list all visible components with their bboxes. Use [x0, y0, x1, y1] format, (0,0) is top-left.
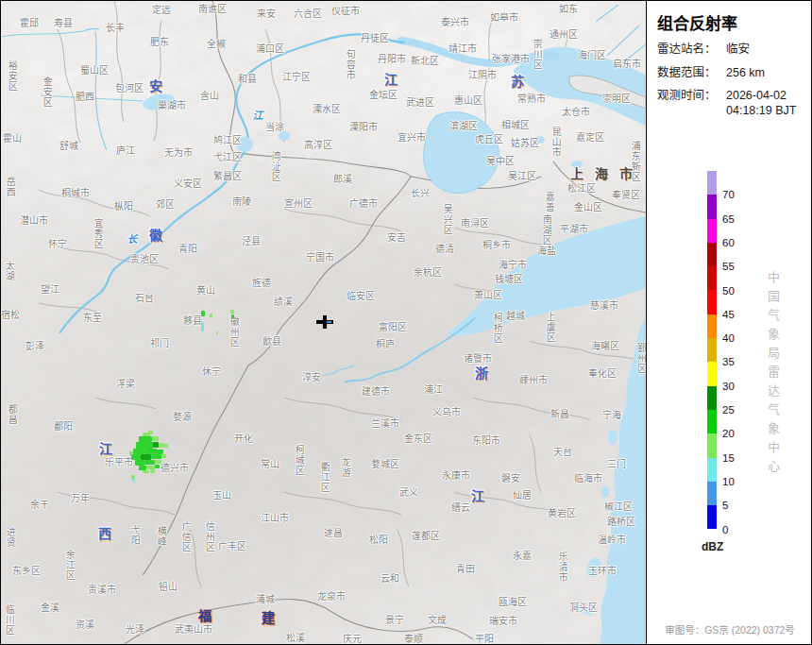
legend-tick-label: 60	[722, 237, 735, 248]
legend-tick-label: 20	[722, 428, 735, 439]
time-row: 观测时间： 2026-04-02 04:18:19 BJT	[657, 89, 812, 118]
station-row: 雷达站名： 临安	[657, 42, 812, 58]
range-label: 数据范围：	[657, 66, 726, 81]
legend-swatch	[707, 386, 717, 410]
range-value: 256 km	[726, 66, 765, 81]
legend-tick-label: 15	[722, 452, 735, 464]
map-canvas: 霍邱寿县定远南谯区来安六合区仪征市长丰肥东全椒裕安区蜀山区金安区包河区安肥西含山…	[1, 1, 646, 645]
legend-swatch	[707, 362, 717, 385]
legend-swatch	[707, 458, 717, 482]
legend-tick-label: 25	[722, 404, 735, 416]
legend-tick-label: 35	[722, 356, 735, 367]
legend-tick-label: 5	[722, 500, 728, 511]
legend-tick-label: 65	[722, 213, 735, 225]
legend-swatch	[707, 433, 717, 457]
legend-swatch	[707, 482, 717, 505]
legend-tick-label: 45	[722, 309, 735, 320]
time-date: 2026-04-02	[726, 89, 796, 104]
basemap	[1, 1, 646, 645]
terrain-texture	[1, 1, 646, 645]
legend-swatch	[707, 219, 717, 243]
info-panel: 组合反射率 雷达站名： 临安 数据范围： 256 km 观测时间： 2026-0…	[646, 1, 812, 645]
legend-tick-label: 70	[722, 189, 735, 200]
legend-swatch	[707, 266, 717, 290]
legend-tick-label: 0	[722, 524, 728, 535]
legend-swatch	[707, 290, 717, 314]
map-approval: 审图号：GS京 (2022) 0372号	[647, 622, 812, 637]
legend-swatch	[707, 338, 717, 362]
time-label: 观测时间：	[657, 89, 726, 118]
legend-tick-label: 10	[722, 476, 735, 487]
time-value: 2026-04-02 04:18:19 BJT	[726, 89, 796, 118]
legend-tick-label: 55	[722, 261, 735, 272]
legend-swatch	[707, 410, 717, 433]
legend-swatch	[707, 195, 717, 218]
legend-tick-label: 50	[722, 285, 735, 297]
legend-scale: 7065605550454035302520151050	[707, 171, 811, 529]
legend-swatch	[707, 243, 717, 266]
legend-swatch	[707, 505, 717, 529]
time-clock: 04:18:19 BJT	[726, 104, 796, 119]
range-row: 数据范围： 256 km	[657, 66, 812, 81]
legend-tick-label: 40	[722, 332, 735, 344]
legend-swatch	[707, 314, 717, 338]
legend-unit: dBZ	[702, 540, 723, 553]
watermark: 中国气象局雷达气象中心	[764, 271, 782, 479]
radar-viewer: 霍邱寿县定远南谯区来安六合区仪征市长丰肥东全椒裕安区蜀山区金安区包河区安肥西含山…	[0, 0, 812, 645]
legend-tick-label: 30	[722, 381, 735, 392]
product-title: 组合反射率	[657, 10, 812, 34]
station-label: 雷达站名：	[657, 42, 726, 58]
legend-swatch	[707, 171, 717, 195]
station-value: 临安	[726, 42, 750, 58]
